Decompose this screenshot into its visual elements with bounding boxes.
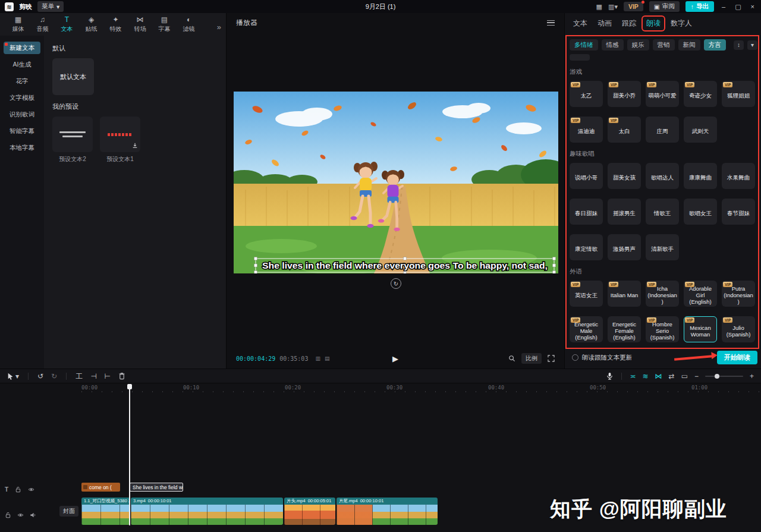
voice-card[interactable]: 春日甜妹 xyxy=(570,199,603,225)
voice-card[interactable]: VIP Energetic Male (English) xyxy=(570,316,603,342)
video-clip[interactable]: 片头.mp400:00:05:01 xyxy=(284,498,335,525)
timeline-zoom-in-icon[interactable]: + xyxy=(750,373,754,380)
voice-card[interactable]: VIP Mexican Woman xyxy=(684,316,717,342)
timeline-zoom-out-icon[interactable]: − xyxy=(694,373,699,380)
text-subnav-item[interactable]: 本地字幕 xyxy=(4,141,40,154)
chevron-down-icon[interactable]: ▾ xyxy=(747,40,757,50)
time-ruler[interactable]: 00:0000:1000:2000:3000:4000:5001:00 xyxy=(81,385,761,391)
menu-button[interactable]: 菜单 ▾ xyxy=(37,1,64,12)
inspector-tab[interactable]: 朗读 xyxy=(646,18,661,29)
lock-icon[interactable] xyxy=(5,509,11,520)
text-subnav-item[interactable]: 文字模板 xyxy=(4,92,40,104)
media-category-tab[interactable]: ♫ 音频 xyxy=(30,16,55,33)
speaker-icon[interactable] xyxy=(30,509,36,520)
text-clip-selected[interactable]: She lives in the field w xyxy=(130,483,183,492)
media-category-tab[interactable]: ▤ 字幕 xyxy=(152,16,177,33)
video-clip[interactable]: 1.1_对口型视频_5380 2.mp400:00:05:01 xyxy=(81,498,130,525)
preset-text-card[interactable] xyxy=(100,117,140,152)
voice-card[interactable]: VIP 英语女王 xyxy=(570,281,603,307)
text-subnav-item[interactable]: 花字 xyxy=(4,75,40,87)
text-subnav-item[interactable]: 智能字幕 xyxy=(4,125,40,137)
video-preview[interactable]: She lives in the field where everyone go… xyxy=(234,92,558,273)
trim-right-icon[interactable]: ⊢ xyxy=(105,373,111,380)
default-text-card[interactable]: 默认文本 xyxy=(52,58,94,95)
lock-icon[interactable] xyxy=(15,484,21,495)
workspace-grid-icon[interactable]: ▦ xyxy=(596,3,602,11)
voice-card[interactable]: 歌唱达人 xyxy=(646,163,679,189)
preview-axis-toggle-icon[interactable]: ⋈ xyxy=(655,373,662,380)
voice-card[interactable]: VIP Putra (Indonesian) xyxy=(722,281,755,307)
voice-filter-chip[interactable]: 多情绪 xyxy=(570,39,598,51)
voice-card[interactable]: Energetic Female (English) xyxy=(608,316,641,342)
voice-card[interactable]: VIP Icha (Indonesian) xyxy=(646,281,679,307)
fullscreen-icon[interactable] xyxy=(548,355,555,362)
voice-card[interactable]: VIP Adorable Girl (English) xyxy=(684,281,717,307)
inspector-tab[interactable]: 动画 xyxy=(598,18,612,29)
rotate-handle-icon[interactable]: ↻ xyxy=(391,278,401,289)
adapt-timeline-icon[interactable]: ⇄ xyxy=(669,373,675,380)
voice-card[interactable]: 春节甜妹 xyxy=(722,199,755,225)
export-button[interactable]: ↑ 导出 xyxy=(685,1,714,12)
voice-filter-chip[interactable]: 娱乐 xyxy=(627,39,649,51)
panel-collapse-icon[interactable]: » xyxy=(217,18,221,32)
inspector-tab[interactable]: 数字人 xyxy=(671,18,692,29)
delete-icon[interactable] xyxy=(118,372,125,380)
snap-toggle-icon[interactable]: ≍ xyxy=(630,373,636,380)
voice-card[interactable]: 庄周 xyxy=(646,117,679,143)
select-tool-button[interactable]: ▾ xyxy=(7,373,19,380)
text-subnav-item[interactable]: 新建文本 xyxy=(4,42,40,54)
media-category-tab[interactable]: ◈ 贴纸 xyxy=(79,16,103,33)
window-close-button[interactable]: × xyxy=(749,3,756,10)
play-button[interactable]: ▶ xyxy=(392,354,398,363)
timeline-zoom-slider[interactable] xyxy=(705,376,743,377)
review-button[interactable]: ▣ 审阅 xyxy=(649,1,680,12)
voice-card[interactable]: VIP Hombre Serio (Spanish) xyxy=(646,316,679,342)
video-clip[interactable]: 3.mp400:00:10:01 xyxy=(131,498,283,525)
voice-card[interactable]: VIP Italian Man xyxy=(608,281,641,307)
media-category-tab[interactable]: ◐ 滤镜 xyxy=(177,16,201,33)
aspect-ratio-button[interactable]: 比例 xyxy=(521,353,542,364)
voice-card[interactable]: 情歌王 xyxy=(646,199,679,225)
window-maximize-button[interactable]: ▢ xyxy=(733,3,743,11)
media-category-tab[interactable]: T 文本 xyxy=(55,16,79,33)
text-subnav-item[interactable]: 识别歌词 xyxy=(4,108,40,121)
preset-text-card[interactable] xyxy=(52,117,93,152)
inspector-tab[interactable]: 跟踪 xyxy=(622,18,636,29)
voice-card[interactable]: 激扬男声 xyxy=(608,234,641,260)
voice-card[interactable]: 说唱小哥 xyxy=(570,163,603,189)
media-category-tab[interactable]: ✦ 特效 xyxy=(103,16,128,33)
voice-card[interactable]: 歌唱女王 xyxy=(684,199,717,225)
voice-card[interactable]: VIP 奇迹少女 xyxy=(684,81,717,107)
voice-card[interactable]: VIP 太乙 xyxy=(570,81,603,107)
monitor-icon[interactable]: ▭ xyxy=(681,373,688,380)
split-icon[interactable]: 工 xyxy=(76,373,83,380)
redo-icon[interactable]: ↻ xyxy=(51,373,57,380)
zoom-slider-knob[interactable] xyxy=(715,374,719,379)
voice-card[interactable]: 甜美女孩 xyxy=(608,163,641,189)
video-clip[interactable]: 片尾.mp400:00:10:01 xyxy=(337,498,438,525)
start-reading-button[interactable]: 开始朗读 xyxy=(717,351,757,364)
voice-card[interactable]: VIP 狐狸姐姐 xyxy=(722,81,755,107)
text-clip[interactable]: come on ( xyxy=(81,483,120,492)
voice-card[interactable]: 清新歌手 xyxy=(646,234,679,260)
sort-icon[interactable]: ↕ xyxy=(734,40,744,50)
download-icon[interactable] xyxy=(132,140,138,150)
record-mic-icon[interactable] xyxy=(606,372,614,380)
voice-card[interactable]: 康康舞曲 xyxy=(684,163,717,189)
text-subnav-item[interactable]: AI生成 xyxy=(4,58,40,71)
undo-icon[interactable]: ↺ xyxy=(37,373,43,380)
subtitle-text[interactable]: She lives in the field where everyone go… xyxy=(262,260,548,270)
voice-filter-chip[interactable]: 方言 xyxy=(704,39,726,51)
voice-card[interactable]: VIP 温迪迪 xyxy=(570,117,603,143)
voice-filter-chip[interactable]: 营销 xyxy=(653,39,675,51)
playhead[interactable] xyxy=(129,384,130,525)
voice-card[interactable]: VIP Julio (Spanish) xyxy=(722,316,755,342)
voice-card[interactable]: VIP 甜美小乔 xyxy=(608,81,641,107)
vip-button[interactable]: VIP xyxy=(624,2,643,11)
grid-overlay-icon[interactable]: ▤ xyxy=(325,355,330,361)
voice-card[interactable]: VIP 太白 xyxy=(608,117,641,143)
window-minimize-button[interactable]: – xyxy=(720,3,727,10)
frame-preview-icon[interactable]: ▥ xyxy=(315,355,320,361)
workspace-layout-icon[interactable]: ▥▾ xyxy=(608,3,618,11)
eye-icon[interactable] xyxy=(17,509,24,520)
